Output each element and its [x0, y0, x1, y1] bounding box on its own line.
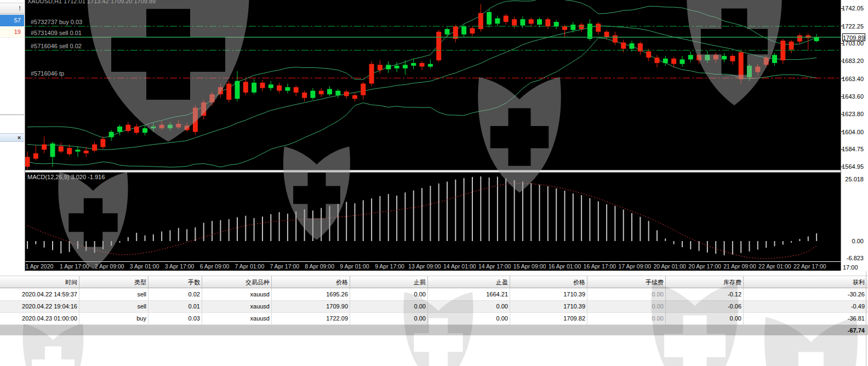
chart-title-overlay: XAUUSD,H1 1712.01 1713.42 1709.20 1709.8… [27, 0, 156, 4]
column-separator [427, 289, 428, 301]
table-cell: 0.00 [414, 302, 426, 311]
column-separator [79, 289, 79, 301]
table-cell: 0.00 [496, 302, 508, 311]
table-cell: 手续费 [646, 278, 664, 287]
column-separator [427, 313, 428, 325]
column-separator [202, 301, 202, 313]
table-cell: 1710.39 [563, 290, 585, 299]
column-separator [148, 301, 149, 313]
table-cell: 手数 [188, 278, 200, 287]
table-header-row: 时间类型手数交易品种价格止损止盈价格手续费库存费获利 [0, 276, 868, 288]
macd-panel-bg [25, 173, 841, 261]
price-axis-label: 1703.00 [842, 40, 864, 47]
column-separator [665, 289, 666, 301]
price-axis-label: 1604.00 [842, 129, 864, 135]
close-icon[interactable]: × [16, 134, 22, 141]
axis-corner-time: 17:00 [843, 264, 858, 271]
table-cell: 价格 [573, 278, 585, 287]
table-cell: 价格 [336, 278, 348, 287]
table-cell: 1695.26 [326, 290, 348, 299]
table-cell: -0.12 [728, 290, 741, 299]
price-axis-label: 1584.75 [842, 146, 864, 152]
svg-text:9 Apr 17:00: 9 Apr 17:00 [375, 263, 404, 270]
table-cell: 获利 [853, 278, 865, 287]
table-cell: -36.81 [848, 314, 865, 323]
column-separator [271, 276, 272, 289]
column-separator [79, 301, 79, 313]
column-separator [350, 289, 350, 301]
column-separator [350, 276, 350, 289]
table-cell: -30.26 [848, 290, 865, 299]
column-separator [202, 289, 202, 301]
table-cell: 1722.09 [326, 314, 348, 323]
trade-row[interactable]: 2020.04.22 14:59:37sell0.02xauusd1695.26… [0, 289, 868, 301]
column-separator [148, 276, 149, 289]
table-cell: xauusd [250, 302, 270, 311]
svg-text:22 Apr 17:00: 22 Apr 17:00 [793, 263, 826, 270]
column-separator [665, 313, 666, 325]
price-axis-label: 1643.60 [842, 93, 864, 100]
svg-text:22 Apr 01:00: 22 Apr 01:00 [758, 263, 791, 270]
column-separator [510, 289, 510, 301]
svg-text:7 Apr 17:00: 7 Apr 17:00 [270, 263, 299, 270]
column-separator [202, 276, 202, 289]
left-sidebar: ! 57 19 × [0, 0, 25, 276]
svg-text:13 Apr 09:00: 13 Apr 09:00 [408, 263, 441, 270]
table-total-row: -67.74 [0, 325, 868, 335]
svg-text:7 Apr 01:00: 7 Apr 01:00 [235, 263, 265, 270]
svg-text:#5716046 tp: #5716046 tp [31, 70, 64, 77]
trade-row[interactable]: 2020.04.23 01:00:00buy0.03xauusd1722.090… [0, 313, 868, 325]
svg-text:1 Apr 2020: 1 Apr 2020 [26, 263, 54, 270]
trade-row[interactable]: 2020.04.22 19:04:16sell0.01xauusd1709.90… [0, 301, 868, 313]
column-separator [587, 276, 587, 289]
svg-text:17 Apr 09:00: 17 Apr 09:00 [619, 263, 652, 270]
sidebar-row-selected[interactable]: 57 [0, 15, 24, 26]
table-cell: sell [137, 302, 146, 311]
svg-text:6 Apr 09:00: 6 Apr 09:00 [200, 263, 230, 270]
price-axis-label: 1564.95 [842, 163, 864, 170]
price-chart[interactable]: #5732737 buy 0.03#5731409 sell 0.01#5716… [25, 0, 841, 271]
svg-text:9 Apr 01:00: 9 Apr 01:00 [340, 263, 369, 270]
svg-text:3 Apr 17:00: 3 Apr 17:00 [165, 263, 195, 270]
sidebar-panel-header: × [0, 133, 24, 142]
table-cell: 2020.04.23 01:00:00 [22, 314, 77, 323]
column-separator [743, 313, 744, 325]
price-axis-label: 1722.25 [842, 23, 864, 30]
table-cell: 类型 [134, 278, 146, 287]
sidebar-row[interactable]: 19 [0, 26, 24, 38]
table-cell: xauusd [250, 290, 270, 299]
column-separator [587, 313, 587, 325]
column-separator [665, 276, 666, 289]
table-cell: 0.00 [730, 314, 741, 323]
table-cell: 0.03 [189, 314, 200, 323]
macd-label: MACD(12,26,9) 3.020 -1.916 [27, 174, 105, 180]
svg-text:1 Apr 17:00: 1 Apr 17:00 [60, 263, 89, 270]
column-separator [271, 289, 272, 301]
table-cell: sell [137, 290, 146, 299]
table-cell: 1709.90 [326, 302, 348, 311]
svg-text:16 Apr 01:00: 16 Apr 01:00 [549, 263, 581, 270]
column-separator [79, 313, 79, 325]
table-cell: 止损 [414, 278, 426, 287]
table-cell: buy [136, 314, 146, 323]
column-separator [427, 276, 428, 289]
price-axis-label: 1623.80 [842, 111, 864, 117]
svg-text:3 Apr 01:00: 3 Apr 01:00 [130, 263, 159, 270]
svg-text:14 Apr 17:00: 14 Apr 17:00 [478, 263, 511, 270]
table-cell: 0.00 [652, 314, 664, 323]
column-separator [587, 289, 587, 301]
svg-text:21 Apr 09:00: 21 Apr 09:00 [723, 263, 756, 270]
table-cell: -67.74 [848, 327, 865, 335]
column-separator [510, 301, 510, 313]
time-axis-labels: 1 Apr 20201 Apr 17:002 Apr 09:003 Apr 01… [26, 263, 826, 270]
table-cell: -0.49 [851, 302, 865, 311]
column-separator [743, 301, 744, 313]
table-cell: 0.00 [652, 290, 664, 299]
column-separator [743, 276, 744, 289]
column-separator [510, 313, 510, 325]
svg-text:#5732737 buy 0.03: #5732737 buy 0.03 [31, 19, 82, 25]
column-separator [587, 301, 587, 313]
column-separator [350, 301, 350, 313]
column-separator [202, 313, 202, 325]
table-cell: 2020.04.22 19:04:16 [22, 302, 77, 311]
